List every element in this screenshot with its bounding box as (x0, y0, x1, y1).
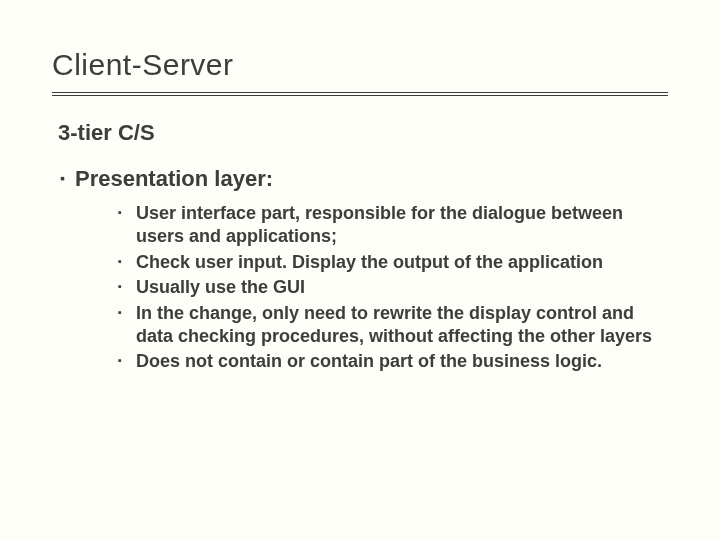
list-item: In the change, only need to rewrite the … (118, 302, 668, 349)
list-item: Does not contain or contain part of the … (118, 350, 668, 373)
section-heading-text: Presentation layer: (75, 166, 273, 192)
slide: Client-Server 3-tier C/S Presentation la… (0, 0, 720, 540)
list-item: Usually use the GUI (118, 276, 668, 299)
section: Presentation layer: User interface part,… (60, 166, 668, 374)
slide-title: Client-Server (52, 48, 668, 96)
bullet-list: User interface part, responsible for the… (118, 202, 668, 374)
slide-subtitle: 3-tier C/S (58, 120, 668, 146)
section-heading: Presentation layer: (60, 166, 668, 192)
list-item: User interface part, responsible for the… (118, 202, 668, 249)
list-item: Check user input. Display the output of … (118, 251, 668, 274)
